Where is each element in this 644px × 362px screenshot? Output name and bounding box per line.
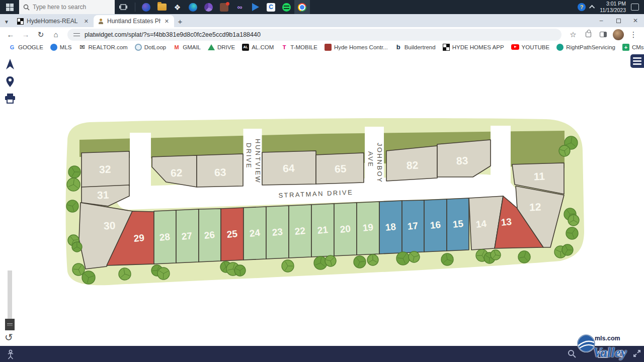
window-controls: – ✕ xyxy=(593,14,644,27)
bookmark-item[interactable]: Buildertrend xyxy=(391,43,439,52)
bookmark-item[interactable]: YOUTUBE xyxy=(508,43,553,52)
bookmark-item[interactable]: HYDE HOMES APP xyxy=(439,43,508,52)
taskbar-app-office[interactable] xyxy=(201,0,216,14)
start-button[interactable] xyxy=(0,0,19,14)
bookmark-item[interactable]: GMAIL xyxy=(170,43,204,52)
taskbar-search-input[interactable] xyxy=(33,4,108,11)
tree xyxy=(441,253,453,265)
bookmark-item[interactable]: T-MOBILE xyxy=(277,43,321,52)
office-icon xyxy=(204,3,213,12)
bookmark-item[interactable]: DRIVE xyxy=(204,43,238,52)
minimize-button[interactable]: – xyxy=(593,14,610,27)
tree xyxy=(491,250,501,260)
help-icon[interactable]: ? xyxy=(578,3,586,11)
print-icon[interactable] xyxy=(5,94,16,104)
task-view-icon[interactable] xyxy=(115,0,132,14)
taskbar-app-file-explorer[interactable] xyxy=(154,0,170,14)
taskbar-search[interactable] xyxy=(19,0,115,14)
bookmark-label: GMAIL xyxy=(183,44,201,50)
bookmarks-list: GOOGLEMLSREALTOR.comDotLoopGMAILDRIVEAL.… xyxy=(5,43,644,52)
bookmark-item[interactable]: RightPathServicing xyxy=(553,43,619,52)
address-bar[interactable]: platwidget.com/splat/?s=f4bb381e9d8c0fc2… xyxy=(67,29,561,41)
lot-number: 17 xyxy=(407,220,419,232)
hyde-grid-favicon xyxy=(17,18,24,25)
realtor-favicon xyxy=(79,44,86,51)
menu-dots-icon[interactable]: ⋮ xyxy=(627,28,640,41)
tab-title: HydeHomes-REAL xyxy=(27,18,80,25)
mls-com-text: mls.com xyxy=(595,335,627,342)
reload-icon[interactable]: ↻ xyxy=(34,28,47,41)
home-icon[interactable]: ⌂ xyxy=(49,28,62,41)
file-explorer-icon xyxy=(157,4,167,11)
north-arrow-icon[interactable] xyxy=(5,58,16,70)
lot-number: 65 xyxy=(335,163,347,175)
bookmark-item[interactable]: REALTOR.com xyxy=(75,43,131,52)
location-pin-icon[interactable] xyxy=(6,76,15,88)
bookmark-item[interactable]: Hyde Homes Contr... xyxy=(321,43,391,52)
zoom-slider-track[interactable] xyxy=(8,270,12,321)
widget-search-icon[interactable] xyxy=(568,349,576,358)
spotify-icon xyxy=(282,3,291,12)
taskbar-app-firefox[interactable] xyxy=(138,0,154,14)
clock-time: 3:01 PM xyxy=(600,1,626,7)
taskbar-app-snipping-tool[interactable] xyxy=(248,0,263,14)
forward-icon[interactable]: → xyxy=(19,28,32,41)
clock-date: 11/13/2023 xyxy=(600,7,626,14)
windows-taskbar: ❖ ∞ C ? 3:01 PM 11/13/2023 xyxy=(0,0,644,14)
bookmark-label: Hyde Homes Contr... xyxy=(334,44,388,50)
taskbar-app-loop[interactable]: ∞ xyxy=(232,0,248,14)
tray-expand-icon[interactable] xyxy=(589,5,595,11)
tab-hydehomes[interactable]: HydeHomes-REAL ✕ xyxy=(13,15,94,27)
back-icon[interactable]: ← xyxy=(4,28,17,41)
taskbar-app-chrome[interactable] xyxy=(294,0,310,14)
extensions-icon[interactable] xyxy=(582,28,595,41)
lot-number: 21 xyxy=(317,224,329,236)
lot-number: 23 xyxy=(272,226,283,238)
close-tab-icon[interactable]: ✕ xyxy=(83,18,90,25)
notifications-icon[interactable] xyxy=(631,4,639,11)
taskbar-app-edge[interactable] xyxy=(185,0,201,14)
tree xyxy=(72,242,82,252)
taskbar-app-spotify[interactable] xyxy=(279,0,294,14)
lot-number: 11 xyxy=(533,170,545,183)
lot-number: 30 xyxy=(104,220,116,232)
bookmark-label: GOOGLE xyxy=(18,44,43,50)
tab-search-chevron-icon[interactable]: ▼ xyxy=(0,16,13,27)
bookmark-item[interactable]: DotLoop xyxy=(131,43,170,52)
buildertrend-favicon xyxy=(395,44,402,51)
close-window-button[interactable]: ✕ xyxy=(627,14,644,27)
bookmark-item[interactable]: AL.COM xyxy=(238,43,277,52)
drive-favicon xyxy=(208,44,215,50)
maximize-button[interactable] xyxy=(610,14,627,27)
tree xyxy=(72,263,85,276)
bookmark-item[interactable]: CMs for Hyde Homes xyxy=(619,43,644,52)
bookmark-item[interactable]: MLS xyxy=(47,43,75,52)
surveyor-icon[interactable] xyxy=(6,349,15,359)
c-app-icon: C xyxy=(267,3,275,12)
taskbar-app-store[interactable] xyxy=(216,0,232,14)
side-panel-icon[interactable] xyxy=(597,28,610,41)
zoom-slider-handle[interactable] xyxy=(5,319,15,330)
bookmark-label: HYDE HOMES APP xyxy=(452,44,504,50)
close-tab-icon[interactable]: ✕ xyxy=(164,18,170,25)
profile-avatar[interactable] xyxy=(612,28,625,41)
taskbar-clock[interactable]: 3:01 PM 11/13/2023 xyxy=(600,1,626,14)
lot-number: 29 xyxy=(133,232,145,244)
bookmark-star-icon[interactable]: ☆ xyxy=(567,28,580,41)
reset-rotation-icon[interactable]: ↺ xyxy=(5,331,13,343)
new-tab-button[interactable]: + xyxy=(174,15,186,27)
site-info-icon[interactable] xyxy=(73,32,80,37)
bookmark-label: DotLoop xyxy=(144,44,166,50)
taskbar-app-dropbox[interactable]: ❖ xyxy=(170,0,185,14)
taskbar-app-clickup[interactable]: C xyxy=(263,0,279,14)
lot-number: 15 xyxy=(452,218,464,230)
bookmark-item[interactable]: GOOGLE xyxy=(5,43,47,52)
hamburger-menu-button[interactable] xyxy=(630,54,644,68)
tab-huntland-estates[interactable]: Huntland Estates Phase 2 on P ✕ xyxy=(94,15,174,27)
hydecontr-favicon xyxy=(325,44,332,51)
tab-title: Huntland Estates Phase 2 on P xyxy=(107,18,160,25)
lot-number: 18 xyxy=(385,221,396,233)
bookmark-label: MLS xyxy=(60,44,72,50)
browser-toolbar: ← → ↻ ⌂ platwidget.com/splat/?s=f4bb381e… xyxy=(0,27,644,42)
bookmark-label: YOUTUBE xyxy=(522,44,550,50)
